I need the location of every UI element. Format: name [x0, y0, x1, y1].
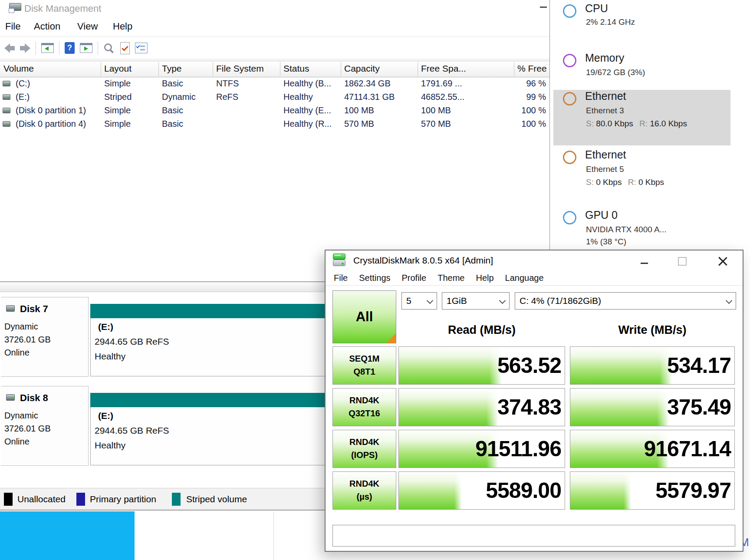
target-drive-select[interactable]: C: 4% (71/1862GiB) [515, 292, 736, 310]
search-device-icon[interactable] [103, 42, 115, 54]
col-layout[interactable]: Layout [104, 63, 132, 74]
disk-7-label-panel[interactable]: Disk 7 Dynamic 3726.01 GB Online [1, 297, 89, 377]
cell-fs: ReFS [216, 92, 238, 102]
comment-input[interactable] [332, 525, 735, 547]
cell-status: Healthy (E... [283, 105, 331, 115]
menu-theme[interactable]: Theme [432, 273, 470, 283]
tm-item-stats: 1% (38 °C) [586, 237, 626, 247]
drive-icon [3, 108, 10, 113]
tm-item-adapter: Ethernet 3 [586, 106, 624, 115]
cell-type: Basic [162, 79, 183, 89]
all-test-button[interactable]: All [332, 290, 396, 343]
col-volume[interactable]: Volume [3, 63, 34, 74]
cell-free: 1791.69 ... [421, 79, 462, 89]
volume-table-header: Volume Layout Type File System Status Ca… [0, 61, 549, 77]
disk-icon [6, 305, 15, 312]
task-check-icon[interactable] [120, 42, 130, 54]
seq1m-q8t1-button[interactable]: SEQ1M Q8T1 [332, 346, 396, 385]
cell-volume: (C:) [16, 79, 30, 89]
gpu-graph-icon [563, 211, 576, 224]
tm-item-label: GPU 0 [585, 209, 618, 221]
legend-label: Primary partition [90, 494, 156, 504]
volume-row[interactable]: (Disk 0 partition 4) Simple Basic Health… [0, 118, 549, 131]
menu-help[interactable]: Help [113, 21, 132, 32]
col-capacity[interactable]: Capacity [344, 63, 380, 74]
menu-action[interactable]: Action [34, 21, 60, 32]
menu-file[interactable]: File [328, 273, 353, 283]
tm-item-stats: 2% 2.14 GHz [586, 17, 635, 27]
disk-size: 3726.01 GB [4, 424, 51, 434]
disk-state: Online [4, 437, 30, 447]
cell-type: Basic [162, 119, 183, 129]
col-pct-free[interactable]: % Free [517, 63, 547, 74]
col-free-space[interactable]: Free Spa... [421, 63, 466, 74]
help-icon[interactable] [65, 42, 75, 54]
background-divider [273, 511, 274, 560]
test-size-select[interactable]: 1GiB [442, 292, 510, 310]
partition-info: 2944.65 GB ReFS [95, 425, 169, 436]
menu-language[interactable]: Language [500, 273, 549, 283]
seq1m-write-result: 534.17 [570, 346, 735, 385]
maximize-icon[interactable] [678, 257, 687, 266]
cdm-menubar: File Settings Profile Theme Help Languag… [326, 270, 743, 286]
menu-file[interactable]: File [5, 21, 20, 32]
console-window-icon[interactable] [41, 43, 54, 53]
rnd4k-q32t16-button[interactable]: RND4K Q32T16 [332, 388, 396, 426]
window-title: CrystalDiskMark 8.0.5 x64 [Admin] [353, 255, 493, 266]
cell-layout: Striped [104, 92, 132, 102]
minimize-icon[interactable] [641, 263, 648, 264]
test-count-select[interactable]: 5 [401, 292, 437, 310]
crystaldiskmark-window: CrystalDiskMark 8.0.5 x64 [Admin] File S… [325, 250, 743, 552]
cpu-graph-icon [563, 4, 576, 18]
rnd4k-iops-write-result: 91671.14 [570, 430, 735, 468]
col-status[interactable]: Status [283, 63, 309, 74]
volume-row[interactable]: (C:) Simple Basic NTFS Healthy (B... 186… [0, 77, 549, 91]
disk-kind: Dynamic [4, 411, 38, 421]
cell-type: Dynamic [162, 92, 196, 102]
cell-capacity: 1862.34 GB [344, 79, 391, 89]
forward-arrow-icon[interactable] [20, 43, 30, 53]
disk-name: Disk 7 [20, 303, 48, 315]
drive-icon [3, 121, 10, 127]
show-window-icon[interactable] [80, 43, 92, 53]
toolbar-separator [59, 42, 59, 55]
back-arrow-icon[interactable] [4, 43, 15, 53]
cell-capacity: 47114.31 GB [344, 92, 395, 102]
close-icon[interactable] [718, 256, 727, 265]
menu-help[interactable]: Help [470, 273, 499, 283]
disk-size: 3726.01 GB [4, 335, 51, 345]
screen: M Disk Management File Action View Help [0, 0, 750, 560]
cell-pct: 100 % [508, 119, 546, 129]
cell-type: Basic [162, 105, 183, 115]
cell-free: 46852.55... [421, 92, 464, 102]
volume-row[interactable]: (Disk 0 partition 1) Simple Basic Health… [0, 104, 549, 118]
disk-8-label-panel[interactable]: Disk 8 Dynamic 3726.01 GB Online [1, 386, 89, 466]
volume-row[interactable]: (E:) Striped Dynamic ReFS Healthy 47114.… [0, 91, 549, 104]
col-type[interactable]: Type [162, 63, 182, 74]
rnd4k-iops-read-result: 91511.96 [398, 430, 565, 468]
tm-item-label: CPU [585, 2, 608, 15]
partition-info: 2944.65 GB ReFS [95, 336, 169, 347]
minimize-icon[interactable] [540, 7, 547, 8]
col-file-system[interactable]: File System [216, 63, 264, 74]
tm-item-label: Memory [585, 52, 624, 64]
disk-icon [6, 394, 15, 401]
checklist-icon[interactable] [135, 43, 148, 53]
disk-management-app-icon [9, 3, 21, 13]
cell-status: Healthy [283, 92, 313, 102]
menu-settings[interactable]: Settings [353, 273, 396, 283]
write-column-header: Write (MB/s) [570, 323, 735, 339]
task-manager-panel: CPU 2% 2.14 GHz Memory 19/672 GB (3%) Et… [550, 0, 734, 250]
menu-view[interactable]: View [77, 21, 98, 32]
cell-fs: NTFS [216, 79, 239, 89]
cell-pct: 99 % [508, 92, 546, 102]
tm-item-gpu-name: NVIDIA RTX 4000 A... [586, 225, 667, 234]
cdm-titlebar[interactable]: CrystalDiskMark 8.0.5 x64 [Admin] [326, 250, 743, 270]
menu-profile[interactable]: Profile [396, 273, 432, 283]
rnd4k-iops-button[interactable]: RND4K (IOPS) [332, 430, 396, 468]
chevron-down-icon [499, 297, 506, 304]
cell-free: 100 MB [421, 105, 451, 115]
rnd4k-latency-button[interactable]: RND4K (µs) [332, 471, 396, 510]
rnd4k-latency-write-result: 5579.97 [570, 471, 735, 510]
toolbar-separator [98, 42, 98, 55]
